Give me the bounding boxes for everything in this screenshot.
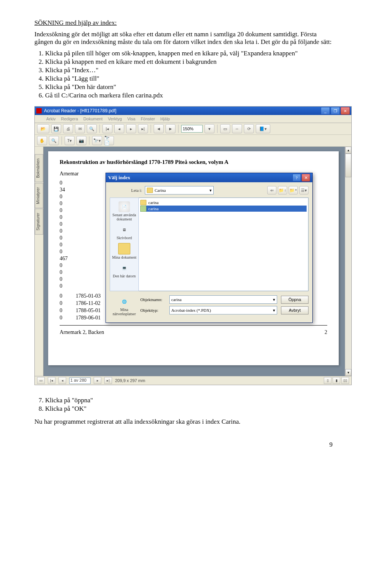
file-item[interactable]: carina bbox=[140, 199, 307, 206]
minimize-button[interactable]: _ bbox=[321, 107, 330, 115]
places-item[interactable]: 🌐 Mina nätverksplatser bbox=[110, 295, 139, 317]
next-page-button[interactable]: ▸ bbox=[94, 377, 101, 384]
rotate-button[interactable]: ⟳ bbox=[244, 124, 254, 133]
back-button[interactable]: ◄ bbox=[154, 124, 164, 133]
up-folder-button[interactable]: 📁↑ bbox=[278, 186, 287, 194]
chevron-down-icon: ▾ bbox=[209, 188, 212, 193]
nav-first-button[interactable]: |◂ bbox=[102, 124, 112, 133]
index-search-icon[interactable]: 🔭📄 bbox=[104, 136, 114, 145]
menu-item[interactable]: Visa bbox=[127, 117, 135, 121]
look-in-dropdown[interactable]: Carina ▾ bbox=[145, 186, 214, 194]
hand-tool-icon[interactable]: ✋ bbox=[37, 136, 47, 145]
nav-last-button[interactable]: ▸| bbox=[138, 124, 148, 133]
vertical-scrollbar[interactable]: ▴ ▾ bbox=[345, 147, 351, 376]
filetype-label: Objekttyp: bbox=[140, 308, 166, 313]
view-menu-button[interactable]: ☰▾ bbox=[299, 186, 309, 194]
filename-field[interactable]: carina▾ bbox=[169, 295, 277, 304]
left-number: 0 bbox=[60, 214, 90, 221]
menu-item[interactable]: Verktyg bbox=[108, 117, 122, 121]
docs-icon bbox=[118, 243, 130, 254]
scroll-thumb[interactable] bbox=[345, 154, 351, 177]
left-number: 0 bbox=[60, 221, 90, 228]
places-item[interactable]: 💻Den här datorn bbox=[110, 261, 138, 279]
step-item: Klicka på "öppna" bbox=[45, 397, 333, 404]
new-folder-button[interactable]: 📁* bbox=[289, 186, 298, 194]
maximize-button[interactable]: ❐ bbox=[331, 107, 340, 115]
tab-thumbnails[interactable]: Miniatyrer bbox=[35, 183, 43, 208]
dialog-close-button[interactable]: ✕ bbox=[302, 174, 310, 181]
left-number: 0 bbox=[60, 235, 90, 242]
look-in-label: Leta i: bbox=[131, 188, 142, 193]
close-button[interactable]: ✕ bbox=[341, 107, 350, 115]
forward-button[interactable]: ► bbox=[166, 124, 175, 133]
last-page-button[interactable]: ▸| bbox=[104, 377, 112, 384]
save-button[interactable]: 💾 bbox=[51, 124, 61, 133]
steps-top: Klicka på pilen till höger om sök-knappe… bbox=[45, 50, 333, 99]
menu-item[interactable]: Hjälp bbox=[160, 117, 170, 121]
dialog-title: Välj index bbox=[108, 175, 292, 181]
menu-item[interactable]: Redigera bbox=[61, 117, 78, 121]
zoom-field[interactable] bbox=[181, 125, 203, 133]
menu-item[interactable]: Arkiv bbox=[46, 117, 55, 121]
places-item[interactable]: 📄Senast använda dokument bbox=[110, 200, 138, 222]
back-folder-button[interactable]: ⇐ bbox=[267, 186, 276, 194]
toolbar-separator bbox=[89, 136, 89, 145]
acrobat-logo-icon bbox=[36, 108, 42, 113]
step-item: Klicka på knappen med en kikare med ett … bbox=[45, 58, 333, 66]
pdx-file-icon bbox=[140, 206, 146, 212]
left-number: 0 bbox=[60, 276, 90, 283]
view-facing-button[interactable]: ▯▯ bbox=[341, 377, 349, 384]
open-button[interactable]: Öppna bbox=[281, 296, 309, 304]
step-item: Klicka på "Den här datorn" bbox=[45, 83, 333, 91]
zoom-dropdown-icon[interactable]: ▾ bbox=[205, 124, 214, 133]
ebook-button[interactable]: 📘▾ bbox=[256, 124, 270, 133]
tab-bookmarks[interactable]: Bokmärken bbox=[35, 154, 43, 182]
page-field[interactable]: 1 av 280 bbox=[69, 377, 91, 384]
embedded-screenshot: Acrobat Reader - [Hfl17701789.pdf] _ ❐ ✕… bbox=[34, 106, 352, 385]
fit-page-button[interactable]: ▭ bbox=[220, 124, 230, 133]
left-number: 0 bbox=[60, 283, 90, 290]
scroll-down-icon[interactable]: ▾ bbox=[345, 369, 351, 376]
menu-item[interactable]: Fönster bbox=[141, 117, 155, 121]
prev-page-button[interactable]: ◂ bbox=[58, 377, 66, 384]
menu-item[interactable]: Dokument bbox=[83, 117, 102, 121]
snapshot-tool-icon[interactable]: 📷 bbox=[76, 136, 86, 145]
file-item[interactable]: carina bbox=[140, 206, 307, 212]
left-number: 34 bbox=[60, 187, 90, 194]
dialog-titlebar: Välj index ? ✕ bbox=[106, 173, 312, 182]
file-list[interactable]: carinacarina bbox=[139, 198, 309, 291]
find-tool-icon[interactable]: 🔭▾ bbox=[92, 136, 102, 145]
scroll-up-icon[interactable]: ▴ bbox=[345, 147, 351, 154]
first-page-button[interactable]: |◂ bbox=[48, 377, 55, 384]
dialog-help-button[interactable]: ? bbox=[292, 174, 301, 181]
doc-title: Rekonstruktion av husförhörslängd 1770-1… bbox=[60, 159, 327, 165]
toolbar-secondary: ✋ 🔍 T▾ 📷 🔭▾ 🔭📄 bbox=[35, 135, 351, 147]
search-button[interactable]: 🔍 bbox=[87, 124, 97, 133]
print-button[interactable]: 🖨 bbox=[63, 124, 73, 133]
section-page-num: 2 bbox=[325, 329, 327, 335]
tab-signatures[interactable]: Signaturer bbox=[35, 209, 43, 235]
text-select-icon[interactable]: T▾ bbox=[65, 136, 75, 145]
content-area: Bokmärken Miniatyrer Signaturer Rekonstr… bbox=[35, 147, 351, 376]
view-single-button[interactable]: ▯ bbox=[324, 377, 331, 384]
nav-next-button[interactable]: ▸ bbox=[126, 124, 136, 133]
side-tabs: Bokmärken Miniatyrer Signaturer bbox=[35, 147, 44, 376]
open-button[interactable]: 📂 bbox=[37, 124, 49, 133]
filetype-field[interactable]: Acrobat-index (*.PDX)▾ bbox=[169, 306, 277, 314]
chevron-down-icon: ▾ bbox=[273, 308, 275, 313]
toolbar-separator bbox=[217, 125, 218, 133]
places-item[interactable]: 🖥Skrivbord bbox=[110, 223, 138, 241]
step-item: Klicka på "Index…" bbox=[45, 66, 333, 74]
mail-button[interactable]: ✉ bbox=[75, 124, 85, 133]
fit-width-button[interactable]: ↔ bbox=[232, 124, 242, 133]
nav-prev-button[interactable]: ◂ bbox=[114, 124, 124, 133]
filename-label: Objektnamn: bbox=[140, 297, 166, 302]
places-item[interactable]: Mina dokument bbox=[110, 242, 138, 261]
cancel-button[interactable]: Avbryt bbox=[281, 306, 309, 314]
menubar: ArkivRedigeraDokumentVerktygVisaFönsterH… bbox=[35, 115, 351, 123]
zoom-tool-icon[interactable]: 🔍 bbox=[49, 136, 59, 145]
recent-icon: 📄 bbox=[119, 201, 130, 212]
page-layout-button[interactable]: ▭ bbox=[37, 377, 45, 384]
left-number: 0 bbox=[60, 249, 90, 256]
view-cont-button[interactable]: ▮ bbox=[333, 377, 340, 384]
